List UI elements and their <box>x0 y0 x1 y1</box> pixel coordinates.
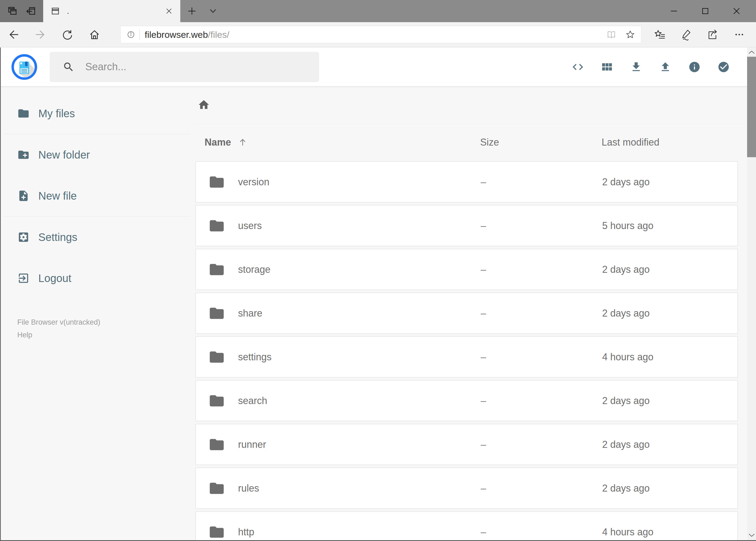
sidebar-item-label: New file <box>38 190 77 202</box>
file-row-http[interactable]: http – 4 hours ago <box>195 511 738 541</box>
filebrowser-logo[interactable] <box>11 54 37 80</box>
grid-view-icon[interactable] <box>601 61 613 73</box>
app-header <box>0 48 756 86</box>
download-icon[interactable] <box>630 61 642 73</box>
maximize-button[interactable] <box>690 0 721 22</box>
folder-icon <box>208 349 225 365</box>
new-tab-button[interactable] <box>182 0 201 22</box>
titlebar: . <box>0 0 756 22</box>
select-check-icon[interactable] <box>717 61 730 73</box>
more-menu-icon[interactable] <box>726 22 752 47</box>
help-link[interactable]: Help <box>17 331 194 339</box>
file-name: runner <box>238 439 266 450</box>
sidebar-item-new-folder[interactable]: New folder <box>0 134 194 175</box>
file-modified: 4 hours ago <box>602 526 737 538</box>
upload-icon[interactable] <box>659 61 671 73</box>
search-input[interactable] <box>85 61 301 73</box>
info-icon[interactable] <box>688 61 701 73</box>
file-row-runner[interactable]: runner – 2 days ago <box>195 424 738 465</box>
folder-icon <box>17 107 30 120</box>
sort-by-name-header[interactable]: Name <box>205 137 480 148</box>
file-row-settings[interactable]: settings – 4 hours ago <box>195 336 738 377</box>
file-row-storage[interactable]: storage – 2 days ago <box>195 249 738 290</box>
favorites-hub-icon[interactable] <box>647 22 673 47</box>
scrollbar-thumb[interactable] <box>747 57 756 157</box>
site-info-icon[interactable] <box>126 30 136 39</box>
file-size: – <box>481 176 602 188</box>
sidebar-item-label: Settings <box>38 231 78 244</box>
file-row-users[interactable]: users – 5 hours ago <box>195 205 738 246</box>
file-name: settings <box>238 351 272 363</box>
url-path: /files/ <box>208 29 229 40</box>
browser-tab[interactable]: . <box>43 0 180 22</box>
window-border-left <box>0 48 1 541</box>
scroll-down-icon[interactable] <box>747 530 756 540</box>
url-host: filebrowser.web <box>145 29 208 40</box>
folder-icon <box>208 392 225 409</box>
file-size: – <box>481 307 602 319</box>
file-size: – <box>481 264 602 275</box>
file-row-share[interactable]: share – 2 days ago <box>195 292 738 334</box>
logout-icon <box>17 272 30 284</box>
file-modified: 2 days ago <box>602 395 737 406</box>
sort-by-modified-header[interactable]: Last modified <box>602 137 747 148</box>
file-modified: 2 days ago <box>602 307 737 319</box>
folder-icon <box>208 261 225 278</box>
tab-close-icon[interactable] <box>165 7 173 15</box>
new-folder-icon <box>17 149 30 161</box>
sidebar-item-settings[interactable]: Settings <box>0 217 194 258</box>
window-controls <box>658 0 752 22</box>
share-icon[interactable] <box>700 22 726 47</box>
file-size: – <box>481 220 602 232</box>
close-window-button[interactable] <box>721 0 752 22</box>
file-row-version[interactable]: version – 2 days ago <box>195 161 738 203</box>
file-name: users <box>238 220 262 232</box>
sidebar-item-label: New folder <box>38 149 90 161</box>
file-name: search <box>238 395 267 406</box>
folder-icon <box>208 436 225 453</box>
tab-actions <box>0 0 43 22</box>
minimize-button[interactable] <box>658 0 690 22</box>
set-tabs-aside-icon[interactable] <box>25 5 37 17</box>
back-button[interactable] <box>0 22 27 47</box>
sidebar-item-label: Logout <box>38 272 71 284</box>
file-name: http <box>238 526 254 538</box>
sidebar-item-label: My files <box>38 108 75 120</box>
forward-button[interactable] <box>27 22 54 47</box>
file-size: – <box>481 526 602 538</box>
address-bar[interactable]: filebrowser.web /files/ <box>121 26 641 43</box>
file-row-rules[interactable]: rules – 2 days ago <box>195 467 738 509</box>
add-favorite-star-icon[interactable] <box>625 29 635 40</box>
sort-ascending-icon <box>237 137 248 148</box>
raw-view-code-icon[interactable] <box>572 61 584 73</box>
page-scrollbar[interactable] <box>747 48 756 541</box>
file-row-search[interactable]: search – 2 days ago <box>195 380 738 421</box>
tab-list-chevron-icon[interactable] <box>203 0 222 22</box>
file-size: – <box>481 483 602 494</box>
search-box[interactable] <box>50 52 319 82</box>
sort-by-size-header[interactable]: Size <box>480 137 602 148</box>
sidebar-item-logout[interactable]: Logout <box>0 258 194 299</box>
tab-preview-icon[interactable] <box>6 5 18 17</box>
home-button[interactable] <box>81 22 108 47</box>
breadcrumb-home-icon[interactable] <box>197 99 210 111</box>
folder-icon <box>208 480 225 497</box>
file-modified: 2 days ago <box>602 264 737 275</box>
web-notes-pen-icon[interactable] <box>673 22 700 47</box>
scroll-up-icon[interactable] <box>747 48 756 57</box>
new-file-icon <box>17 190 30 202</box>
tab-title: . <box>67 6 165 16</box>
browser-toolbar: filebrowser.web /files/ <box>0 22 756 47</box>
file-modified: 2 days ago <box>602 439 737 450</box>
app-body: My files New folder New file Sett <box>0 86 756 541</box>
sidebar-item-new-file[interactable]: New file <box>0 175 194 216</box>
file-name: storage <box>238 264 270 275</box>
url-separator <box>139 29 140 40</box>
refresh-button[interactable] <box>54 22 81 47</box>
sidebar-footer: File Browser v(untracked) Help <box>0 318 194 339</box>
reading-view-icon[interactable] <box>606 29 617 40</box>
page-favicon-icon <box>50 6 61 16</box>
sidebar-item-my-files[interactable]: My files <box>0 93 194 134</box>
header-actions <box>555 61 730 73</box>
file-modified: 4 hours ago <box>602 351 737 363</box>
